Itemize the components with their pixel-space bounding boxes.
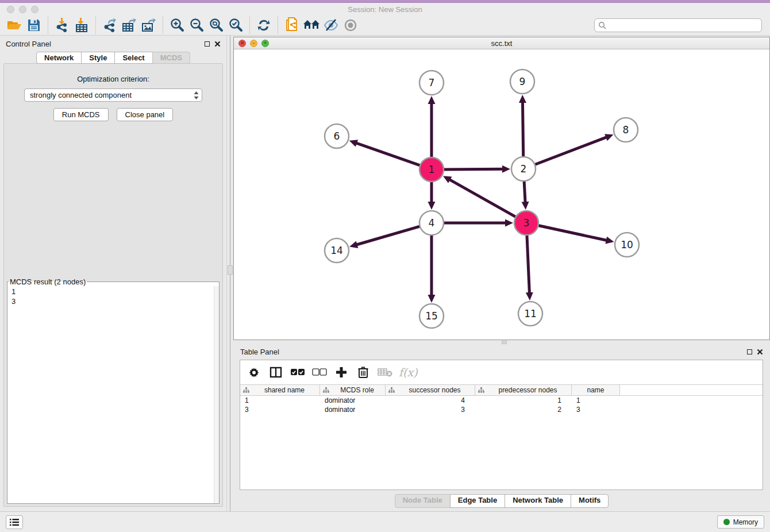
edge-3-1[interactable] <box>449 179 517 218</box>
export-network-button[interactable] <box>100 16 120 34</box>
graph-node-10[interactable]: 10 <box>615 233 639 257</box>
save-session-button[interactable] <box>24 16 44 34</box>
zoom-out-button[interactable] <box>187 16 206 34</box>
graph-node-14[interactable]: 14 <box>325 238 349 263</box>
edge-4-14[interactable] <box>356 226 421 245</box>
edge-1-2[interactable] <box>442 169 504 169</box>
cell-successor-nodes[interactable]: 3 <box>386 405 475 414</box>
zoom-selected-button[interactable] <box>226 16 245 34</box>
graph-node-15[interactable]: 15 <box>419 304 444 328</box>
graph-node-1[interactable]: 1 <box>419 157 444 182</box>
zoom-fit-button[interactable] <box>206 16 226 34</box>
show-all-button[interactable] <box>341 16 360 34</box>
horizontal-splitter[interactable] <box>233 340 770 345</box>
tab-mcds[interactable]: MCDS <box>152 52 190 64</box>
mcds-result-text[interactable]: 13 <box>8 286 218 503</box>
edge-2-8[interactable] <box>534 137 607 165</box>
task-history-button[interactable] <box>6 515 23 529</box>
close-panel-icon[interactable] <box>214 41 221 47</box>
window-title: Session: New Session <box>0 5 770 14</box>
delete-table-button[interactable] <box>377 364 393 380</box>
graph-node-6[interactable]: 6 <box>325 124 349 148</box>
criterion-select[interactable]: strongly connected component <box>24 88 202 102</box>
edge-3-11[interactable] <box>527 234 530 294</box>
zoom-in-button[interactable] <box>167 16 187 34</box>
network-canvas[interactable]: 7968124314101511 <box>234 49 769 340</box>
graph-node-4[interactable]: 4 <box>419 211 444 235</box>
network-zoom-button[interactable]: + <box>261 40 269 47</box>
network-minimize-button[interactable]: − <box>250 40 257 47</box>
import-table-button[interactable] <box>72 16 91 34</box>
graph-node-8[interactable]: 8 <box>614 118 638 142</box>
tab-edge-table[interactable]: Edge Table <box>450 494 505 508</box>
float-table-panel-icon[interactable] <box>747 349 752 354</box>
cell-shared-name[interactable]: 1 <box>240 396 320 405</box>
result-scrollbar[interactable] <box>214 286 219 503</box>
column-header-shared-name[interactable]: shared name <box>240 385 320 395</box>
add-row-button[interactable] <box>333 364 349 380</box>
edge-3-10[interactable] <box>537 225 608 241</box>
cell-predecessor-nodes[interactable]: 1 <box>475 396 572 405</box>
memory-label: Memory <box>733 518 758 526</box>
tab-node-table[interactable]: Node Table <box>395 494 451 508</box>
graph-node-11[interactable]: 11 <box>518 302 542 326</box>
deselect-all-columns-button[interactable] <box>311 364 328 380</box>
toggle-column-pane-button[interactable] <box>268 364 284 380</box>
cell-name[interactable]: 1 <box>572 396 620 405</box>
network-close-button[interactable]: ✕ <box>238 40 246 47</box>
column-header-successor-nodes[interactable]: successor nodes <box>386 385 475 395</box>
column-type-icon <box>388 387 395 393</box>
panel-divider[interactable] <box>226 36 233 511</box>
edge-arrowhead <box>428 96 436 104</box>
memory-button[interactable]: Memory <box>717 515 764 529</box>
divider-grip[interactable] <box>228 265 233 275</box>
cell-MCDS-role[interactable]: dominator <box>320 405 386 414</box>
graph-node-3[interactable]: 3 <box>514 211 538 235</box>
cell-name[interactable]: 3 <box>572 405 620 414</box>
graph-node-7[interactable]: 7 <box>419 71 444 95</box>
export-image-button[interactable] <box>139 16 159 34</box>
tab-network-table[interactable]: Network Table <box>505 494 571 508</box>
graph-node-2[interactable]: 2 <box>511 157 536 181</box>
refresh-button[interactable] <box>254 16 274 34</box>
cell-successor-nodes[interactable]: 4 <box>386 396 475 405</box>
column-header-name[interactable]: name <box>572 385 620 395</box>
import-network-button[interactable] <box>52 16 72 34</box>
zoom-in-icon <box>170 18 184 33</box>
edge-2-9[interactable] <box>522 101 523 158</box>
delete-row-button[interactable] <box>355 364 371 380</box>
close-panel-button[interactable]: Close panel <box>117 108 174 121</box>
edge-2-3[interactable] <box>524 180 525 203</box>
zoom-out-icon <box>189 18 204 33</box>
tab-style[interactable]: Style <box>81 52 115 64</box>
tab-motifs[interactable]: Motifs <box>571 494 609 508</box>
search-input[interactable] <box>607 21 758 30</box>
select-all-columns-button[interactable] <box>290 364 306 380</box>
table-row[interactable]: 1dominator411 <box>240 396 763 405</box>
tab-select[interactable]: Select <box>114 52 152 64</box>
edge-1-6[interactable] <box>355 142 421 165</box>
tab-network[interactable]: Network <box>36 52 82 64</box>
cell-shared-name[interactable]: 3 <box>240 405 320 414</box>
column-header-predecessor-nodes[interactable]: predecessor nodes <box>475 385 572 395</box>
apply-function-button[interactable]: f(x) <box>399 366 418 379</box>
first-neighbors-button[interactable] <box>302 16 321 34</box>
table-row[interactable]: 3dominator323 <box>240 405 763 414</box>
open-session-button[interactable] <box>5 16 24 34</box>
float-panel-icon[interactable] <box>205 41 210 47</box>
run-mcds-button[interactable]: Run MCDS <box>53 108 109 121</box>
cell-predecessor-nodes[interactable]: 2 <box>475 405 572 414</box>
column-header-MCDS-role[interactable]: MCDS role <box>320 385 386 395</box>
clone-network-button[interactable] <box>282 16 302 34</box>
control-panel-title: Control Panel <box>6 40 51 48</box>
close-table-panel-icon[interactable] <box>757 349 763 355</box>
search-box[interactable] <box>594 18 762 32</box>
export-table-button[interactable] <box>120 16 139 34</box>
cell-MCDS-role[interactable]: dominator <box>320 396 386 405</box>
network-graph[interactable]: 7968124314101511 <box>234 49 769 337</box>
unchecked-boxes-icon <box>312 368 327 376</box>
hide-selected-button[interactable] <box>321 16 341 34</box>
splitter-grip[interactable] <box>502 341 507 344</box>
table-settings-button[interactable] <box>246 364 262 380</box>
graph-node-9[interactable]: 9 <box>510 70 534 94</box>
